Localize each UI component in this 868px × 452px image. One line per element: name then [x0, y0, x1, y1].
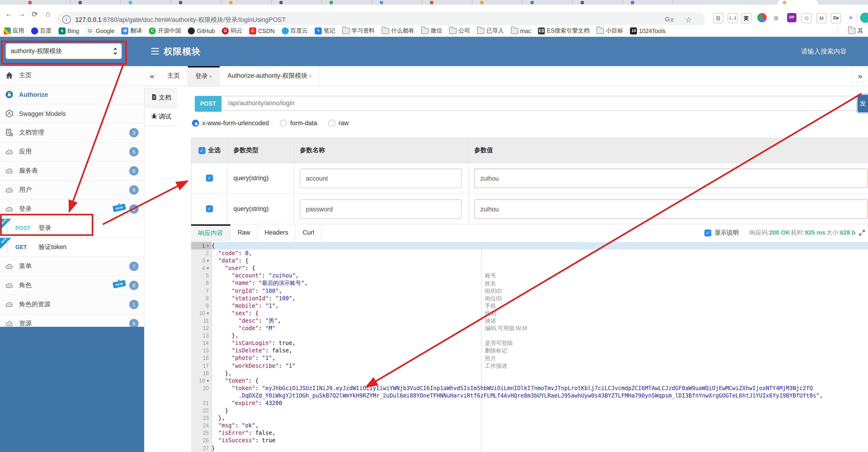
param-value-input[interactable]: zuihou [474, 168, 868, 188]
module-select[interactable]: authority-权限模块 [6, 43, 122, 59]
sidebar-item[interactable]: API应用5 [0, 142, 144, 162]
page-title: 权限模块 [164, 46, 201, 58]
back-icon[interactable]: ← [4, 10, 14, 18]
param-checkbox[interactable]: ✓ [206, 205, 213, 212]
bookmark-item[interactable]: 已导入 [477, 27, 504, 35]
view-tab-doc[interactable]: 文档 [144, 88, 177, 107]
select-arrows-icon [114, 47, 118, 55]
new-badge: NEW [113, 280, 126, 289]
translate-icon[interactable]: G文 [665, 16, 674, 23]
body-type-radio[interactable]: raw [328, 120, 349, 126]
response-tab[interactable]: 响应内容 [191, 224, 230, 241]
line-number: 2 [191, 250, 212, 257]
sidebar-item[interactable]: Swagger Models [0, 104, 144, 123]
browser-tab-strip[interactable] [0, 0, 868, 5]
braces-icon[interactable]: {…} [727, 13, 738, 23]
radio-icon [280, 120, 287, 126]
bookmark-item[interactable]: 101024Tools [630, 27, 665, 34]
bookmark-item[interactable]: mac [511, 28, 531, 34]
bookmark-item[interactable]: 百度云 [281, 27, 308, 35]
m-icon[interactable]: M [816, 13, 827, 23]
close-tab-icon[interactable]: × [209, 74, 212, 79]
home-icon[interactable]: ⌂ [43, 10, 53, 18]
bookmark-item[interactable]: ✎笔记 [315, 27, 335, 35]
folder-icon [511, 28, 518, 34]
reload-icon[interactable]: ⟳ [30, 10, 40, 19]
page-icon[interactable]: 目 [713, 13, 723, 23]
sidebar-endpoint-get[interactable]: NEWGET验证token [0, 238, 144, 257]
show-desc-checkbox[interactable]: ✓ [704, 229, 711, 236]
sidebar-item[interactable]: API服务表6 [0, 162, 144, 180]
content-tab[interactable]: Authorize-authority-权限模块× [220, 66, 320, 86]
bookmark-item[interactable]: 小目标 [596, 27, 623, 35]
header-search-placeholder[interactable]: 请输入搜索内容 [801, 48, 847, 56]
meta-key: 响应码: [749, 229, 769, 236]
bookmark-item[interactable]: GGoogle [86, 27, 115, 35]
count-badge: 3 [129, 128, 138, 137]
globe-icon[interactable]: ◍ [771, 13, 781, 22]
sidebar-item[interactable]: 文档管理3 [0, 123, 144, 142]
new-corner-ribbon: NEW [0, 238, 11, 249]
asterisk-icon[interactable]: ✳ [846, 13, 856, 22]
forward-icon[interactable]: → [17, 10, 27, 18]
folder-icon [848, 28, 855, 34]
bookmark-item[interactable]: G码云 [222, 27, 243, 35]
bookmark-item[interactable]: CCSDN [249, 27, 275, 34]
code-line: 23 }, [191, 414, 868, 422]
url-text[interactable]: 127.0.0.1:8760/api/gate/doc.html#/author… [75, 16, 286, 24]
sidebar-item[interactable]: API角色NEW8 [0, 276, 144, 295]
bookmark-item[interactable]: ESES搜索引擎文档 [538, 27, 590, 35]
sidebar-item[interactable]: API登录NEW2 [0, 200, 144, 219]
param-checkbox[interactable]: ✓ [206, 175, 213, 181]
bookmark-item[interactable]: GitHub [188, 27, 215, 34]
response-tab[interactable]: Curl [296, 224, 322, 241]
avatar[interactable] [860, 12, 868, 23]
omnibox[interactable]: i 127.0.0.1:8760/api/gate/doc.html#/auth… [57, 12, 705, 27]
bookmark-item[interactable]: 什么都有 [382, 27, 414, 35]
sidebar-item[interactable]: API菜单7 [0, 257, 144, 276]
tabs-scroll-left-icon[interactable]: « [144, 66, 160, 86]
close-tab-icon[interactable]: × [309, 73, 312, 79]
rp-icon[interactable]: RP [787, 13, 797, 22]
bookmark-item[interactable]: 微信 [421, 27, 442, 35]
response-body-editor[interactable]: 1▼{2 "code": 0,3▼ "data": {4▼ "user": {5… [191, 241, 868, 452]
code-line: 22 } [191, 407, 868, 414]
param-name-input[interactable]: password [300, 199, 462, 219]
view-tab-debug[interactable]: 调试 [144, 108, 177, 126]
bookmark-item[interactable]: 应用 [4, 27, 24, 35]
param-value-input[interactable]: zuihou [474, 199, 868, 219]
bookmark-star-icon[interactable]: ☆ [685, 16, 692, 24]
bookmark-item[interactable]: 译翻译 [122, 27, 142, 35]
bookmark-item[interactable]: 公司 [449, 27, 470, 35]
content-tab[interactable]: 登录× [188, 66, 220, 86]
sidebar-item[interactable]: API用户9 [0, 180, 144, 200]
o-icon[interactable]: O [802, 13, 812, 23]
bookmark-label: CSDN [258, 28, 275, 34]
hamburger-icon[interactable] [151, 48, 159, 56]
bookmark-item[interactable]: 百度 [31, 27, 52, 35]
sidebar-item[interactable]: Authorize [0, 85, 144, 104]
bookmark-item[interactable]: 学习资料 [342, 27, 375, 35]
tabs-scroll-right-icon[interactable]: » [852, 66, 868, 86]
bookmark-item[interactable]: C开源中国 [149, 27, 181, 35]
translate-en-icon[interactable]: 英 [741, 13, 751, 23]
sidebar-item[interactable]: API角色的资源1 [0, 295, 144, 314]
param-name-input[interactable]: account [300, 168, 462, 188]
gitzip-icon[interactable]: Zip [831, 13, 841, 23]
sidebar-endpoint-post[interactable]: NEWPOST登录 [0, 219, 144, 238]
body-type-radio[interactable]: form-data [280, 120, 317, 126]
content-tab[interactable]: 主页 [160, 66, 188, 86]
code-line: 17 "workDescribe": "1" [191, 362, 868, 369]
send-button[interactable]: 发 [858, 95, 868, 112]
other-bookmarks[interactable]: 其 [848, 25, 863, 37]
response-tab[interactable]: Raw [230, 224, 257, 241]
response-tab[interactable]: Headers [257, 224, 296, 241]
code-line: 21 "expire": 43200 [191, 399, 868, 407]
select-all-checkbox[interactable]: ✓ [198, 147, 205, 154]
site-info-icon[interactable]: i [62, 16, 71, 24]
bookmark-item[interactable]: bBing [59, 27, 79, 34]
expand-icon[interactable] [859, 229, 865, 236]
chrome-icon[interactable] [757, 13, 767, 22]
sidebar-item[interactable]: 主页 [0, 66, 144, 85]
body-type-radio[interactable]: x-www-form-urlencoded [192, 120, 269, 126]
